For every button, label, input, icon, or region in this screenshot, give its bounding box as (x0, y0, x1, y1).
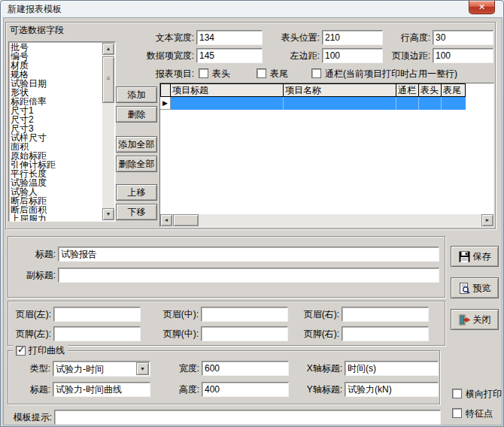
row-height-label: 行高度: (380, 30, 430, 45)
grid-column-header: 项目名称 (284, 83, 396, 97)
footer-left-input[interactable] (53, 326, 141, 341)
grid-selector-header (160, 83, 171, 97)
dialog-client-area: 可选数据字段 批号 编号 材质 规格 试验日期 形状 标距倍率 尺寸1 尺寸2 … (3, 17, 502, 425)
top-margin-input[interactable] (433, 48, 493, 63)
y-axis-title-label: Y轴标题: (284, 382, 342, 397)
report-title-input[interactable] (58, 247, 439, 262)
listbox-vertical-scrollbar[interactable]: ▲ ≡ ▼ (102, 43, 114, 220)
title-panel (8, 236, 445, 298)
curve-type-value: 试验力-时间 (56, 363, 104, 376)
field-list-label: 可选数据字段 (10, 23, 64, 38)
template-hint-label: 模板提示: (8, 410, 52, 425)
footer-left-label: 页脚(左): (10, 326, 51, 341)
add-all-button[interactable]: 添加全部 (116, 136, 157, 153)
grid-horizontal-scrollbar[interactable]: ◄ ► (160, 214, 493, 226)
header-right-input[interactable] (342, 307, 429, 322)
header-checkbox-label: 表头 (212, 66, 230, 81)
floppy-disk-icon (459, 251, 470, 262)
text-width-label: 文本宽度: (130, 30, 194, 45)
y-axis-title-input[interactable] (345, 382, 439, 397)
grid-selected-row[interactable]: ▶ (160, 97, 466, 110)
print-curve-legend: 打印曲线 (13, 345, 68, 356)
data-width-input[interactable] (196, 48, 263, 63)
print-curve-label: 打印曲线 (29, 344, 65, 357)
preview-button-label: 预览 (473, 282, 491, 295)
footer-center-input[interactable] (201, 326, 288, 341)
title-bar: 新建报表模板 (1, 1, 503, 17)
preview-button[interactable]: 预览 (451, 277, 499, 298)
report-subtitle-input[interactable] (58, 268, 439, 283)
row-selector-marker-icon: ▶ (160, 97, 171, 110)
grid-column-header: 表尾 (442, 83, 466, 97)
report-title-label: 标题: (14, 247, 56, 262)
curve-type-label: 类型: (19, 361, 50, 376)
text-width-input[interactable] (196, 30, 263, 45)
grid-cell[interactable] (396, 97, 419, 110)
grid-cell[interactable] (442, 97, 466, 110)
available-fields-listbox[interactable]: 批号 编号 材质 规格 试验日期 形状 标距倍率 尺寸1 尺寸2 尺寸3 试样尺… (8, 41, 116, 222)
left-margin-input[interactable] (322, 48, 383, 63)
header-center-label: 页眉(中): (157, 307, 199, 322)
grid-cell[interactable] (419, 97, 442, 110)
save-button-label: 保存 (473, 250, 491, 263)
left-margin-label: 左边距: (269, 48, 320, 63)
banner-checkbox[interactable] (311, 68, 321, 78)
banner-checkbox-label: 通栏(当前项目打印时占用一整行) (325, 66, 457, 81)
curve-width-input[interactable] (202, 361, 289, 376)
save-button[interactable]: 保存 (451, 246, 499, 267)
header-right-label: 页眉(右): (298, 307, 339, 322)
header-left-input[interactable] (53, 307, 141, 322)
remove-button[interactable]: 删除 (116, 106, 157, 123)
x-axis-title-label: X轴标题: (284, 361, 342, 376)
footer-right-input[interactable] (342, 326, 429, 341)
footer-checkbox-label: 表尾 (270, 66, 288, 81)
top-margin-label: 页顶边距: (375, 48, 430, 63)
scroll-left-icon[interactable]: ◄ (160, 214, 172, 226)
landscape-print-label: 横向打印 (466, 386, 502, 401)
curve-height-label: 高度: (158, 382, 199, 397)
grid-cell[interactable] (171, 97, 284, 110)
header-pos-input[interactable] (322, 30, 383, 45)
grid-header-row: 项目标题 项目名称 通栏 表头 表尾 (160, 83, 466, 97)
close-button-label: 关闭 (473, 313, 491, 326)
scroll-right-icon[interactable]: ► (481, 214, 493, 226)
header-center-input[interactable] (201, 307, 288, 322)
print-curve-checkbox[interactable] (16, 346, 26, 356)
scrollbar-thumb[interactable] (173, 214, 199, 226)
preview-page-icon (459, 283, 470, 294)
scrollbar-thumb[interactable]: ≡ (102, 56, 114, 103)
template-hint-input[interactable] (54, 410, 441, 425)
curve-title-input[interactable] (53, 382, 150, 397)
header-left-label: 页眉(左): (10, 307, 51, 322)
window-close-button[interactable]: ✕ (469, 1, 495, 14)
scroll-down-icon[interactable]: ▼ (102, 208, 114, 220)
x-axis-title-input[interactable] (345, 361, 439, 376)
landscape-print-checkbox[interactable] (452, 389, 462, 398)
exit-door-icon (459, 314, 470, 326)
header-checkbox[interactable] (199, 68, 208, 78)
window-title: 新建报表模板 (8, 3, 62, 16)
footer-center-label: 页脚(中): (157, 326, 199, 341)
footer-checkbox[interactable] (257, 68, 266, 78)
move-down-button[interactable]: 下移 (116, 204, 157, 220)
chevron-down-icon[interactable]: ▼ (136, 362, 149, 375)
dialog-window: 新建报表模板 ✕ 可选数据字段 批号 编号 材质 规格 试验日期 形状 标距倍率… (0, 0, 504, 427)
add-button[interactable]: 添加 (116, 86, 157, 103)
scroll-up-icon[interactable]: ▲ (102, 43, 114, 55)
curve-type-combobox[interactable]: 试验力-时间 ▼ (53, 361, 150, 377)
footer-right-label: 页脚(右): (298, 326, 339, 341)
feature-points-label: 特征点 (466, 406, 493, 421)
feature-points-checkbox[interactable] (452, 408, 462, 418)
report-items-grid: 项目标题 项目名称 通栏 表头 表尾 ▶ ◄ ► (159, 83, 494, 227)
close-button[interactable]: 关闭 (451, 309, 499, 330)
list-item[interactable]: 上屈服力 (11, 214, 102, 221)
row-height-input[interactable] (433, 30, 493, 45)
curve-height-input[interactable] (202, 382, 289, 397)
grid-column-header: 项目标题 (171, 83, 284, 97)
grid-cell[interactable] (284, 97, 396, 110)
data-width-label: 数据项宽度: (121, 48, 194, 63)
remove-all-button[interactable]: 删除全部 (116, 156, 157, 172)
curve-title-label: 标题: (19, 382, 50, 397)
move-up-button[interactable]: 上移 (116, 184, 157, 201)
header-pos-label: 表头位置: (269, 30, 320, 45)
